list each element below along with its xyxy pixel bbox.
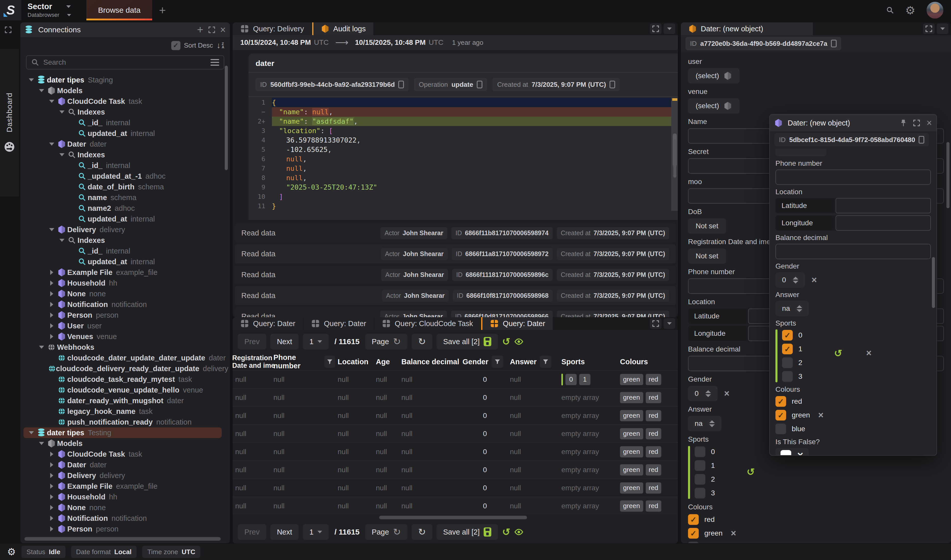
clear-icon[interactable]: ×: [731, 528, 736, 538]
balance-decimal-field[interactable]: [775, 244, 931, 259]
table-row[interactable]: nullnullnullnullnull0nullempty arraygree…: [233, 442, 678, 460]
checkbox-icon[interactable]: [695, 460, 706, 471]
tree-item-name[interactable]: nameschema: [23, 192, 228, 203]
answer-stepper[interactable]: na: [688, 416, 721, 431]
table-row[interactable]: nullnullnullnullnull0null01greenrednu: [233, 370, 678, 388]
latitude-field[interactable]: [835, 198, 931, 213]
tree-item-person[interactable]: Personperson: [23, 310, 228, 320]
checkbox-icon[interactable]: [688, 542, 699, 543]
audit-log-row[interactable]: Read dataActorJohn SheararID6866f1118171…: [235, 265, 676, 284]
colours-option-green[interactable]: ✓green×: [688, 528, 736, 539]
status-status[interactable]: StatusIdle: [22, 546, 65, 558]
tree-item--id-[interactable]: _id_internal: [23, 117, 228, 128]
app-logo[interactable]: S: [0, 0, 22, 20]
page-select[interactable]: 1: [303, 334, 329, 349]
phone-number-field[interactable]: [775, 169, 931, 185]
undo-icon[interactable]: ↺: [502, 336, 510, 347]
gear-icon[interactable]: ⚙: [7, 546, 16, 557]
x-mark-icon[interactable]: ✕: [797, 451, 804, 455]
copy-icon[interactable]: [919, 136, 924, 143]
chevron-down-icon[interactable]: [67, 14, 71, 16]
preview-icon[interactable]: [514, 338, 523, 345]
tree-item-dater-ready-with-mugshot[interactable]: dater_ready_with_mugshotdater: [23, 395, 228, 406]
tree-item--id-[interactable]: _id_internal: [23, 160, 228, 171]
sports-option-3[interactable]: 3: [695, 487, 715, 499]
tree-item--updated-at-1[interactable]: _updated_at_-1adhoc: [23, 171, 228, 182]
tree-item-notification[interactable]: Notificationnotification: [23, 513, 228, 524]
tab-browse-data[interactable]: Browse data: [86, 0, 152, 20]
clipped-button[interactable]: [775, 149, 826, 156]
gender-stepper[interactable]: 0: [775, 272, 805, 288]
status-date-format[interactable]: Date formatLocal: [71, 546, 137, 558]
tree-item-updated-at[interactable]: updated_atinternal: [23, 214, 228, 224]
tab-dater-new-object[interactable]: Dater: (new object): [681, 22, 814, 35]
copy-icon[interactable]: [610, 81, 615, 88]
range-from[interactable]: 10/15/2024, 10:48 PM: [240, 38, 311, 46]
checkbox-icon[interactable]: [781, 450, 791, 455]
tree-item--id-[interactable]: _id_internal: [23, 246, 228, 256]
copy-icon[interactable]: [831, 40, 837, 47]
checkbox-icon[interactable]: [775, 423, 786, 434]
tree-item-webhooks[interactable]: Webhooks: [23, 342, 228, 352]
refresh-button[interactable]: ↻: [412, 334, 432, 349]
colours-option-green[interactable]: ✓green×: [775, 409, 824, 421]
tree-item-cloudcode-dater-update-dater-update[interactable]: cloudcode_dater_update_dater_updatedater: [23, 352, 228, 363]
prev-page-button[interactable]: Prev: [238, 524, 266, 540]
expand-icon[interactable]: [913, 119, 920, 127]
tree-item-push-notification-ready[interactable]: push_notification_readynotification: [23, 417, 228, 428]
tree-item-none[interactable]: Nonenone: [23, 288, 228, 299]
sports-option-2[interactable]: 2: [782, 357, 803, 369]
tab-query-dater[interactable]: Query: Dater: [233, 317, 304, 330]
sports-option-1[interactable]: 1: [695, 460, 715, 471]
audit-log-row[interactable]: Read dataActorJohn SheararID6866f10f8171…: [235, 286, 676, 305]
longitude-field[interactable]: [835, 215, 931, 231]
tree-item-none[interactable]: Nonenone: [23, 502, 228, 513]
column-header-location[interactable]: Location: [335, 358, 373, 366]
tree-item-dater-tipes[interactable]: dater tipesTesting: [23, 428, 222, 438]
checkbox-icon[interactable]: [782, 357, 793, 368]
tree-item-date-of-birth[interactable]: date_of_birthschema: [23, 182, 228, 192]
tree-item-indexes[interactable]: Indexes: [23, 149, 228, 160]
refresh-button[interactable]: ↻: [412, 524, 432, 540]
sports-option-2[interactable]: 2: [695, 474, 715, 485]
colours-option-blue[interactable]: blue: [688, 541, 736, 543]
expand-icon[interactable]: [923, 23, 935, 34]
next-page-button[interactable]: Next: [270, 334, 299, 349]
column-header-answer[interactable]: Answer: [507, 355, 559, 368]
answer-stepper[interactable]: na: [775, 301, 809, 316]
tree-item-person[interactable]: Personperson: [23, 524, 228, 534]
sports-option-0[interactable]: 0: [695, 446, 715, 458]
tree-item-indexes[interactable]: Indexes: [23, 235, 228, 246]
tab-query-delivery[interactable]: Query: Delivery: [233, 22, 312, 35]
filter-icon[interactable]: [540, 355, 551, 368]
audit-log-row[interactable]: Read dataActorJohn SheararID6866f11b8171…: [235, 223, 676, 243]
tab-query-dater[interactable]: Query: Dater: [304, 317, 374, 330]
clear-icon[interactable]: ×: [812, 275, 817, 285]
expand-icon[interactable]: [650, 318, 662, 329]
venue-select[interactable]: (select): [688, 98, 739, 114]
tree-item-cloudcode-task[interactable]: CloudCode Tasktask: [23, 96, 228, 107]
pin-icon[interactable]: [900, 119, 907, 127]
undo-icon[interactable]: ↺: [747, 466, 755, 477]
chevron-down-icon[interactable]: [937, 23, 948, 34]
expand-icon[interactable]: [208, 26, 216, 34]
checkbox-icon[interactable]: [695, 474, 706, 485]
search-input[interactable]: [43, 58, 207, 66]
audit-log-row[interactable]: Read dataActorJohn SheararID6866f10d8171…: [235, 307, 676, 317]
clear-icon[interactable]: ×: [818, 410, 824, 420]
table-row[interactable]: nullnullnullnullnull0nullempty arraygree…: [233, 478, 678, 497]
modal-header[interactable]: Dater: (new object) ×: [770, 115, 937, 131]
rail-tab-dashboard[interactable]: Dashboard: [0, 49, 19, 197]
column-header-colours[interactable]: Colours: [618, 358, 678, 366]
tree-item-venues[interactable]: Venuesvenue: [23, 331, 228, 342]
modal-vscrollbar[interactable]: [932, 257, 935, 308]
checkbox-icon[interactable]: ✓: [782, 344, 793, 354]
chevron-down-icon[interactable]: [66, 5, 71, 8]
checkbox-icon[interactable]: ✓: [775, 396, 786, 407]
json-diff-editor[interactable]: 1{−"name": null,2+"name": "asdfsdaf",3"l…: [249, 98, 678, 211]
checkbox-icon[interactable]: [695, 488, 706, 498]
avatar[interactable]: [926, 2, 943, 18]
close-icon[interactable]: ×: [926, 118, 932, 128]
tree-item-example-file[interactable]: Example Fileexample_file: [23, 481, 228, 492]
table-row[interactable]: nullnullnullnullnull0nullempty arraygree…: [233, 460, 678, 478]
